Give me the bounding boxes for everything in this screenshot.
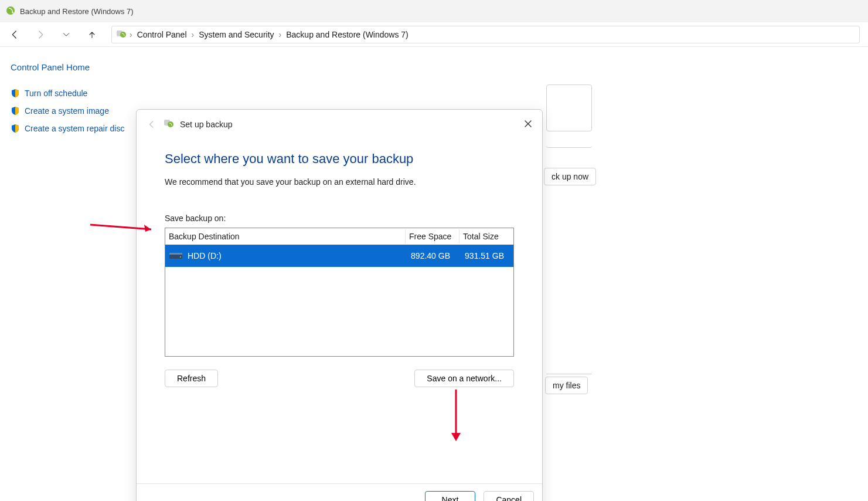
col-destination-header[interactable]: Backup Destination — [165, 229, 406, 243]
svg-rect-7 — [169, 253, 182, 255]
sidebar-home-link[interactable]: Control Panel Home — [11, 62, 136, 72]
titlebar: Backup and Restore (Windows 7) — [0, 0, 868, 22]
shield-icon — [11, 106, 20, 116]
shield-icon — [11, 89, 20, 98]
save-on-network-button[interactable]: Save on a network... — [414, 370, 514, 387]
restore-my-files-button[interactable]: my files — [545, 377, 588, 394]
chevron-right-icon: › — [279, 30, 282, 39]
nav-back-button[interactable] — [8, 28, 21, 41]
refresh-button[interactable]: Refresh — [165, 370, 218, 387]
breadcrumb-item[interactable]: Backup and Restore (Windows 7) — [284, 30, 411, 39]
drive-free-space: 892.40 GB — [402, 251, 456, 260]
svg-point-3 — [120, 32, 126, 38]
breadcrumb-item[interactable]: Control Panel — [135, 30, 189, 39]
nav-row: › Control Panel › System and Security › … — [0, 22, 868, 47]
cancel-button[interactable]: Cancel — [484, 491, 534, 501]
drive-list-label: Save backup on: — [165, 214, 514, 223]
breadcrumb-root-icon — [115, 28, 127, 40]
sidebar-link-label: Create a system repair disc — [25, 124, 124, 133]
sidebar-link-turn-off-schedule[interactable]: Turn off schedule — [11, 89, 136, 98]
drive-table-header: Backup Destination Free Space Total Size — [165, 228, 513, 245]
sidebar-link-label: Create a system image — [25, 106, 109, 116]
window-title: Backup and Restore (Windows 7) — [20, 7, 134, 16]
shield-icon — [11, 124, 20, 133]
sidebar: Control Panel Home Turn off schedule Cre… — [0, 47, 136, 501]
nav-forward-button[interactable] — [34, 28, 47, 41]
nav-recent-dropdown[interactable] — [60, 28, 73, 41]
chevron-right-icon: › — [192, 30, 195, 39]
dialog-heading: Select where you want to save your backu… — [165, 151, 514, 167]
breadcrumb[interactable]: › Control Panel › System and Security › … — [111, 26, 860, 43]
sidebar-link-create-system-image[interactable]: Create a system image — [11, 106, 136, 116]
app-icon — [6, 6, 15, 17]
col-total-header[interactable]: Total Size — [459, 229, 513, 243]
next-button[interactable]: Next — [425, 491, 476, 501]
drive-name: HDD (D:) — [188, 251, 222, 260]
dialog-footer: Next Cancel — [137, 483, 542, 501]
sidebar-link-label: Turn off schedule — [25, 89, 87, 98]
background-divider — [546, 143, 592, 148]
nav-up-button[interactable] — [86, 28, 98, 41]
breadcrumb-item[interactable]: System and Security — [196, 30, 276, 39]
drive-row-selected[interactable]: HDD (D:) 892.40 GB 931.51 GB — [165, 245, 513, 267]
sidebar-link-create-repair-disc[interactable]: Create a system repair disc — [11, 124, 136, 133]
background-box — [546, 84, 592, 131]
dialog-back-button[interactable] — [146, 119, 158, 130]
svg-point-8 — [180, 256, 181, 258]
dialog-app-icon — [164, 118, 174, 130]
col-free-header[interactable]: Free Space — [406, 229, 459, 243]
backup-now-button[interactable]: ck up now — [544, 168, 596, 185]
dialog-subtext: We recommend that you save your backup o… — [165, 177, 514, 187]
background-divider — [546, 373, 592, 374]
drive-icon — [169, 250, 183, 261]
drive-table: Backup Destination Free Space Total Size — [165, 228, 514, 357]
dialog-title: Set up backup — [180, 120, 233, 129]
chevron-right-icon: › — [130, 30, 132, 39]
drive-total-size: 931.51 GB — [456, 251, 510, 260]
setup-backup-dialog: Set up backup Select where you want to s… — [136, 109, 543, 501]
dialog-close-button[interactable] — [520, 116, 536, 132]
svg-point-5 — [168, 121, 173, 127]
